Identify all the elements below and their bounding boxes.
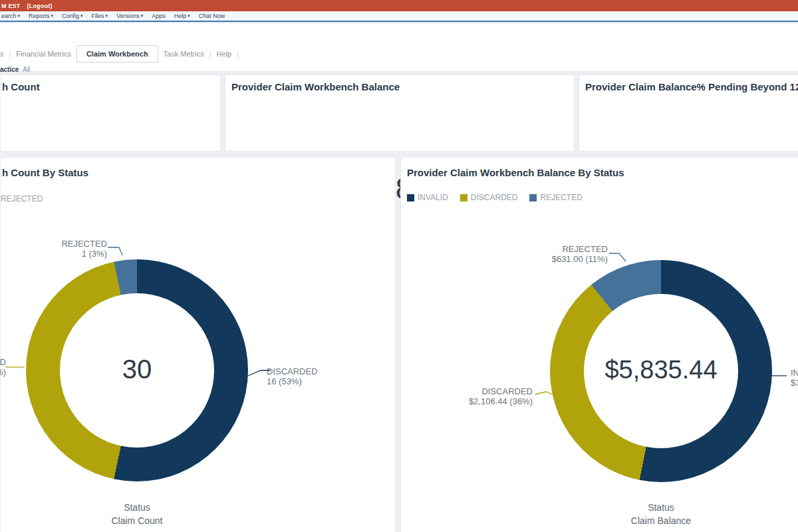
chart-legend: REJECTED — [1, 194, 43, 203]
callout-invalid: INVALID $3,098.00 (53%) — [791, 368, 798, 388]
chevron-down-icon: ▾ — [106, 13, 108, 19]
chart-card-balance-by-status: Provider Claim Workbench Balance By Stat… — [400, 157, 798, 532]
legend-item-invalid[interactable]: INVALID — [407, 193, 448, 202]
legend-item-rejected[interactable]: REJECTED — [529, 193, 582, 202]
kpi-card-claim-balance: Provider Claim Workbench Balance $5,835 — [225, 74, 575, 152]
legend-swatch — [407, 194, 414, 201]
session-time-text: M EST — [1, 3, 21, 9]
callout-discarded: DISCARDED 16 (53%) — [267, 366, 318, 386]
menu-item-chat-now[interactable]: Chat Now — [199, 13, 225, 19]
legend-item-rejected[interactable]: REJECTED — [1, 194, 43, 203]
chevron-down-icon: ▾ — [188, 13, 190, 19]
tab-task-metrics[interactable]: Task Metrics — [158, 50, 209, 58]
tab-claim-workbench[interactable]: Claim Workbench — [76, 45, 158, 63]
practice-filter-label: actice — [0, 66, 19, 73]
legend-swatch — [529, 194, 537, 201]
menu-item-search[interactable]: earch▾ — [1, 13, 20, 19]
header-block: s | Financial Metrics Claim Workbench Ta… — [0, 23, 798, 70]
chart-title: h Count By Status — [2, 167, 88, 178]
tab-divider: | — [237, 50, 239, 58]
callout-rejected: REJECTED 1 (3%) — [26, 239, 107, 259]
chevron-down-icon: ▾ — [51, 13, 54, 19]
chevron-down-icon: ▾ — [80, 13, 83, 19]
tab-financial-metrics[interactable]: Financial Metrics — [11, 50, 76, 58]
legend-item-discarded[interactable]: DISCARDED — [460, 193, 518, 202]
chevron-down-icon: ▾ — [18, 13, 21, 19]
chevron-down-icon: ▾ — [141, 13, 144, 19]
donut-total-label: $5,835.44 — [561, 356, 761, 384]
chart-title: Provider Claim Workbench Balance By Stat… — [407, 167, 624, 178]
tab-help[interactable]: Help — [211, 50, 237, 58]
kpi-title: Provider Claim Balance% Pending Beyond 1… — [585, 81, 798, 92]
menu-item-files[interactable]: Files▾ — [92, 13, 108, 19]
menu-item-apps[interactable]: Apps — [152, 13, 166, 19]
chart-axis-caption: Status Claim Balance — [561, 501, 761, 527]
menu-item-help[interactable]: Help▾ — [174, 13, 190, 19]
tab-cropped[interactable]: s — [0, 50, 9, 58]
menu-item-config[interactable]: Config▾ — [62, 13, 83, 19]
dashboard-tabs: s | Financial Metrics Claim Workbench Ta… — [0, 45, 798, 63]
legend-swatch — [460, 194, 467, 201]
kpi-title: Provider Claim Workbench Balance — [231, 81, 400, 92]
chart-axis-caption: Status Claim Count — [37, 501, 237, 527]
donut-total-label: 30 — [37, 354, 237, 384]
kpi-card-balance-pending: Provider Claim Balance% Pending Beyond 1… — [579, 74, 798, 152]
kpi-card-claim-count: h Count 30 — [0, 74, 221, 152]
menu-item-reports[interactable]: Reports▾ — [29, 13, 53, 19]
callout-discarded: DISCARDED $2,106.44 (36%) — [451, 386, 533, 406]
kpi-title: h Count — [2, 81, 40, 92]
logout-link[interactable]: (Logout) — [27, 3, 53, 9]
practice-filter-value[interactable]: All — [23, 66, 30, 73]
chart-legend: INVALID DISCARDED REJECTED — [407, 193, 583, 202]
callout-rejected: REJECTED $631.00 (11%) — [526, 244, 608, 264]
menu-item-versions[interactable]: Versions▾ — [116, 13, 143, 19]
top-bar: M EST (Logout) — [0, 0, 798, 11]
callout-invalid: INVALID 13 (43%) — [0, 357, 6, 377]
main-menu-bar: earch▾ Reports▾ Config▾ Files▾ Versions▾… — [0, 11, 798, 22]
practice-filter-row: actice All — [0, 65, 30, 74]
chart-card-count-by-status: h Count By Status REJECTED 30 REJECTED 1… — [0, 157, 396, 532]
